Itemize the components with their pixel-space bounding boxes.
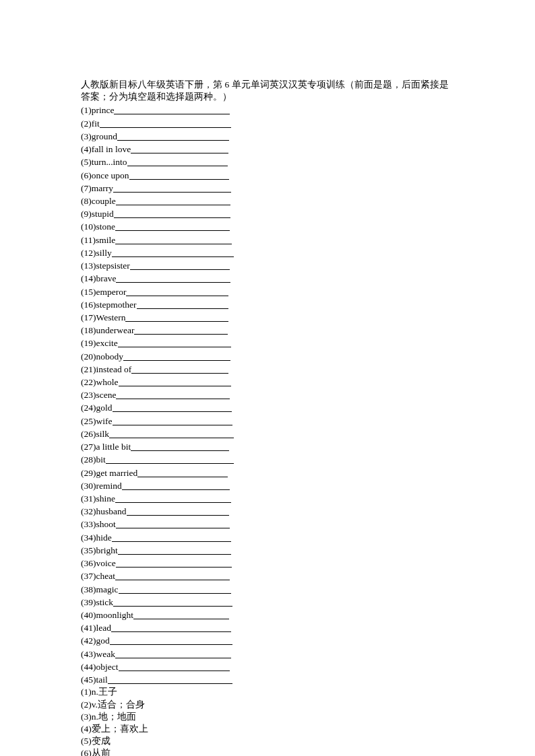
question-item: (15)emperor [81,285,454,298]
question-item: (36)voice [81,557,454,570]
answer-blank[interactable] [126,287,228,296]
question-number: (18) [81,324,96,337]
answer-blank[interactable] [118,338,231,347]
answer-blank[interactable] [123,351,230,361]
answer-blank[interactable] [114,105,230,114]
answer-blank[interactable] [125,312,228,322]
answer-blank[interactable] [112,532,231,542]
answer-blank[interactable] [115,235,232,244]
answer-blank[interactable] [131,144,228,153]
answer-blank[interactable] [115,649,231,658]
answer-blank[interactable] [131,442,229,451]
answer-blank[interactable] [112,248,234,257]
question-word: husband [96,506,127,518]
question-word: fall in love [92,143,131,156]
question-word: silk [96,428,110,440]
question-number: (3) [81,131,92,143]
answer-blank[interactable] [119,662,230,671]
question-item: (19)excite [81,337,454,349]
question-number: (26) [81,428,96,440]
answer-blank[interactable] [116,390,230,399]
answer-blank[interactable] [106,454,234,464]
question-item: (21)instead of [81,363,454,376]
answer-number: (2) [81,699,92,710]
question-word: fit [92,118,100,130]
question-item: (25)wife [81,415,454,427]
document-title: 人教版新目标八年级英语下册，第 6 单元单词英汉汉英专项训练（前面是题，后面紧接… [81,79,454,103]
answer-blank[interactable] [116,273,230,283]
question-number: (30) [81,480,96,492]
answer-blank[interactable] [129,170,229,180]
question-item: (37)cheat [81,570,454,582]
answer-blank[interactable] [127,506,229,516]
question-number: (22) [81,376,96,388]
answer-blank[interactable] [113,416,232,425]
question-word: magic [96,584,119,596]
question-number: (16) [81,299,96,311]
question-item: (18)underwear [81,324,454,337]
questions-list: (1)prince(2)fit(3)ground(4)fall in love(… [81,104,454,686]
answer-blank[interactable] [115,571,230,580]
question-number: (4) [81,143,92,156]
answer-blank[interactable] [113,403,232,412]
answer-blank[interactable] [116,558,232,568]
question-number: (40) [81,609,96,621]
answer-number: (6) [81,748,92,756]
answer-blank[interactable] [113,597,232,607]
question-item: (38)magic [81,583,454,596]
answer-blank[interactable] [130,261,230,270]
question-item: (12)silly [81,246,454,259]
answer-blank[interactable] [127,157,228,166]
answer-blank[interactable] [108,675,232,684]
answer-blank[interactable] [117,131,229,141]
answer-item: (6)从前 [81,747,454,756]
answer-blank[interactable] [133,610,229,619]
answer-blank[interactable] [116,519,230,528]
answer-blank[interactable] [115,493,231,503]
question-word: lead [96,622,112,634]
answer-text: 变成 [92,736,111,746]
answer-blank[interactable] [115,221,230,231]
question-word: object [96,661,119,673]
question-word: wife [96,415,113,427]
answer-blank[interactable] [111,623,231,632]
answer-blank[interactable] [110,635,232,645]
answer-blank[interactable] [119,584,231,594]
answer-blank[interactable] [134,325,228,335]
question-number: (17) [81,312,96,324]
question-number: (36) [81,557,96,570]
answer-blank[interactable] [114,209,230,218]
answer-blank[interactable] [131,364,228,374]
answer-number: (5) [81,736,92,746]
question-number: (41) [81,622,96,634]
answer-blank[interactable] [109,429,234,438]
question-word: turn...into [92,156,127,168]
question-number: (44) [81,661,96,673]
question-item: (40)moonlight [81,609,454,621]
answer-blank[interactable] [100,118,231,128]
question-number: (7) [81,182,92,195]
question-item: (39)stick [81,596,454,609]
question-item: (27)a little bit [81,440,454,453]
question-word: moonlight [96,609,134,621]
question-item: (7)marry [81,182,454,195]
answer-blank[interactable] [113,183,231,193]
question-word: voice [96,557,116,570]
question-item: (24)gold [81,401,454,414]
question-number: (27) [81,441,96,453]
question-number: (2) [81,118,92,130]
answer-number: (4) [81,724,92,734]
answer-blank[interactable] [137,468,228,477]
answer-text: v.适合；合身 [92,699,145,710]
answer-blank[interactable] [137,300,228,309]
question-number: (37) [81,570,96,582]
answer-number: (3) [81,712,92,722]
answer-blank[interactable] [118,545,231,555]
question-number: (10) [81,221,96,233]
answer-blank[interactable] [119,377,231,386]
answer-blank[interactable] [122,481,230,490]
question-word: weak [96,648,115,660]
answer-blank[interactable] [116,196,230,205]
question-word: remind [96,480,122,492]
answer-text: 从前 [92,748,111,756]
